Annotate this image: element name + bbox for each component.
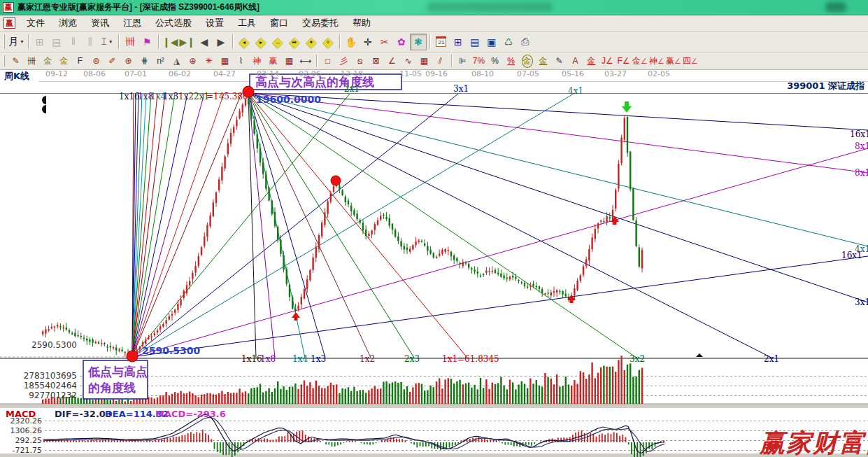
cut-tool-button[interactable]: ✂ bbox=[376, 34, 393, 50]
grid-123-icon: ▦ bbox=[285, 56, 293, 66]
period-grid-button[interactable]: ⋕ bbox=[136, 54, 152, 69]
period-month-icon: 月 bbox=[8, 36, 18, 48]
first-page-button[interactable]: ❙◀ bbox=[162, 34, 179, 50]
wave-tool-button[interactable]: ∿ bbox=[400, 54, 416, 69]
date-tick: 02-06 bbox=[299, 70, 321, 78]
volume-axis-label: 927701232 bbox=[29, 391, 77, 400]
menu-file[interactable]: 文件 bbox=[20, 15, 52, 31]
toolbar-separator bbox=[339, 34, 340, 50]
angle-lines-button[interactable]: ∠ bbox=[384, 54, 400, 69]
star-web-button[interactable]: ✳ bbox=[201, 54, 217, 69]
app-icon-small: 赢 bbox=[3, 17, 15, 29]
zoom-in-all-arrow-glyph: ✧ bbox=[326, 38, 331, 45]
menu-browse[interactable]: 浏览 bbox=[52, 15, 84, 31]
parallel-lines-button[interactable]: ⫽ bbox=[432, 54, 448, 69]
gold-circle-button[interactable]: 金 bbox=[519, 54, 535, 69]
zoom-in-h-button[interactable]: ◆⇹ bbox=[286, 34, 303, 50]
gann-or-axis-label: 2x3 bbox=[404, 354, 420, 364]
cycle-lines-button[interactable]: 卌 bbox=[24, 54, 40, 69]
gold-line-button[interactable]: 金 bbox=[535, 54, 551, 69]
zoom-in-all-button[interactable]: ◆✧ bbox=[320, 34, 336, 50]
next-page-button[interactable]: ▶ bbox=[213, 34, 229, 50]
percent-zone-button[interactable]: 7% bbox=[471, 54, 487, 69]
gann-or-axis-label: 8x1 bbox=[855, 168, 868, 178]
fan-box-button[interactable]: ⧅ bbox=[352, 54, 368, 69]
candle-style-button[interactable]: ⌶▼ bbox=[99, 34, 115, 50]
chart-area[interactable]: 高点与次高点的角度线低点与高点的角度线09-1208-0607-0106-020… bbox=[0, 70, 868, 457]
period-month-dropdown-icon[interactable]: ▼ bbox=[20, 39, 24, 44]
menu-trade[interactable]: 交易委托 bbox=[295, 15, 346, 31]
pen-line-icon: ✎ bbox=[555, 56, 562, 66]
angle-j-button[interactable]: J∠ bbox=[599, 54, 616, 69]
calendar-button[interactable]: 21 bbox=[433, 34, 450, 50]
angle-measure-button[interactable]: ◮ bbox=[169, 54, 185, 69]
gann-or-axis-label: 1x3 bbox=[311, 354, 326, 364]
calculator-button[interactable]: ⊞ bbox=[450, 34, 467, 50]
annotation-box[interactable]: 低点与高点的角度线 bbox=[83, 360, 148, 399]
wave-a-button[interactable]: A bbox=[567, 54, 583, 69]
info-view-button: ▤ bbox=[48, 34, 65, 50]
grid-tool-button[interactable]: ▦ bbox=[416, 54, 432, 69]
spiral-button[interactable]: ⊚ bbox=[88, 54, 104, 69]
angle-gold-button[interactable]: 金∠ bbox=[632, 54, 648, 69]
application-window: { "window": { "icon_glyph": "赢", "title"… bbox=[0, 0, 868, 457]
circle-cycle-button[interactable]: ⊛ bbox=[120, 54, 136, 69]
angle-four-button[interactable]: 四∠ bbox=[682, 54, 699, 69]
scroll-left-button[interactable]: ◆◂ bbox=[236, 34, 252, 50]
percent-line-button[interactable]: % bbox=[503, 54, 519, 69]
crosshair-button[interactable]: ✛ bbox=[360, 34, 376, 50]
prev-page-button[interactable]: ◀ bbox=[196, 34, 213, 50]
scroll-right-button[interactable]: ◆▸ bbox=[252, 34, 269, 50]
smart-analysis-button[interactable]: ❃ bbox=[410, 34, 427, 50]
gold-ruler-button[interactable]: 金 bbox=[40, 54, 56, 69]
n-square-button[interactable]: n² bbox=[152, 54, 169, 69]
date-tick: 03-27 bbox=[604, 70, 627, 78]
gann-fan-button[interactable]: 彡 bbox=[336, 54, 352, 69]
scale-ruler-button[interactable]: ⊫ bbox=[455, 54, 471, 69]
kline-chart-svg[interactable]: 高点与次高点的角度线低点与高点的角度线09-1208-0607-0106-020… bbox=[0, 70, 868, 457]
percent-button[interactable]: % bbox=[487, 54, 503, 69]
brush-button[interactable]: ✎ bbox=[8, 54, 24, 69]
yingjia-tool-button[interactable]: 赢 bbox=[265, 54, 281, 69]
square-web-button[interactable]: ▦ bbox=[217, 54, 233, 69]
gold-ruler-2-button[interactable]: 金 bbox=[56, 54, 72, 69]
mark-tool-button[interactable]: ✿ bbox=[393, 34, 410, 50]
angle-f-button[interactable]: F∠ bbox=[616, 54, 632, 69]
width-measure-button[interactable]: ⟷ bbox=[297, 54, 313, 69]
line-box-button[interactable]: ⊠ bbox=[368, 54, 384, 69]
zoom-out-h-button[interactable]: ◆↔ bbox=[269, 34, 286, 50]
menu-tools[interactable]: 工具 bbox=[231, 15, 263, 31]
menu-news[interactable]: 资讯 bbox=[84, 15, 116, 31]
angle-ying-button[interactable]: 赢∠ bbox=[665, 54, 682, 69]
notes-button[interactable]: ▤ bbox=[467, 34, 483, 50]
gann-or-axis-label: 1x2 bbox=[178, 92, 194, 101]
zoom-out-all-button[interactable]: ◆✦ bbox=[303, 34, 320, 50]
menu-settings[interactable]: 设置 bbox=[199, 15, 231, 31]
last-page-button[interactable]: ▶❙ bbox=[178, 34, 196, 50]
period-grid-icon: ⋕ bbox=[141, 56, 148, 66]
color-volume-view-button[interactable]: ⚑ bbox=[138, 34, 155, 50]
menu-gann[interactable]: 江恩 bbox=[116, 15, 148, 31]
send-share-button[interactable]: ♺ bbox=[500, 34, 517, 50]
gann-wheel-button[interactable]: ⊕ bbox=[185, 54, 201, 69]
drag-hand-button[interactable]: ✋ bbox=[343, 34, 360, 50]
kline-view-button[interactable]: 卌 bbox=[122, 34, 138, 50]
rect-box-button[interactable]: □ bbox=[320, 54, 336, 69]
grid-123-button[interactable]: ▦ bbox=[281, 54, 297, 69]
candle-style-dropdown-icon[interactable]: ▼ bbox=[108, 39, 113, 44]
menu-window[interactable]: 窗口 bbox=[263, 15, 295, 31]
magic-number-button[interactable]: 神 bbox=[249, 54, 265, 69]
brush-2-button[interactable]: ✐ bbox=[104, 54, 120, 69]
print-button[interactable]: ⎙ bbox=[517, 34, 534, 50]
pen-line-button[interactable]: ✎ bbox=[551, 54, 567, 69]
fibonacci-icon: F bbox=[78, 56, 83, 66]
fibonacci-button[interactable]: F bbox=[72, 54, 88, 69]
angle-shen-button[interactable]: 神∠ bbox=[648, 54, 665, 69]
save-button[interactable]: ▣ bbox=[483, 34, 500, 50]
menu-help[interactable]: 帮助 bbox=[346, 15, 378, 31]
period-month-button[interactable]: 月▼ bbox=[8, 34, 25, 50]
ruler-button[interactable]: ⌇ bbox=[233, 54, 249, 69]
date-tick: 08-06 bbox=[83, 70, 106, 78]
menu-formula-stock-pick[interactable]: 公式选股 bbox=[148, 15, 199, 31]
gold-red-line-button[interactable]: 金 bbox=[583, 54, 599, 69]
